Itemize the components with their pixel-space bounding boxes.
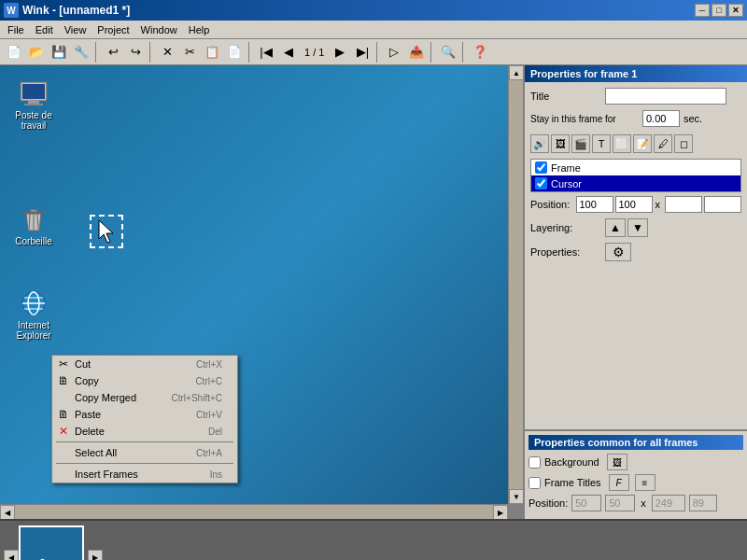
strip-scroll-right[interactable]: ▶ xyxy=(88,550,103,560)
menu-view[interactable]: View xyxy=(59,22,92,37)
frame-check-item[interactable]: Frame xyxy=(531,160,740,175)
highlight-icon[interactable]: 🖊 xyxy=(654,134,672,153)
layer-down-button[interactable]: ▼ xyxy=(627,218,648,237)
ctx-copy[interactable]: 🗎 Copy Ctrl+C xyxy=(52,372,237,389)
open-button[interactable]: 📂 xyxy=(26,42,47,63)
zoom-button[interactable]: 🔍 xyxy=(438,42,458,63)
redo-button[interactable]: ↪ xyxy=(125,42,146,63)
common-pos-x[interactable] xyxy=(571,495,601,511)
common-pos-w[interactable] xyxy=(652,495,685,511)
main-area: Poste de travail Corbeille xyxy=(0,65,747,519)
cut-button[interactable]: ✂ xyxy=(179,42,200,63)
export-button[interactable]: 📤 xyxy=(406,42,427,63)
cursor-check-item[interactable]: Cursor xyxy=(531,175,740,191)
common-position-row: Position: x xyxy=(529,495,743,511)
desktop-icon-poste[interactable]: Poste de travail xyxy=(6,75,62,134)
frame-elements-list: Frame Cursor xyxy=(530,159,741,192)
frame-titles-checkbox[interactable] xyxy=(529,477,541,489)
ctx-select-all[interactable]: Select All Ctrl+A xyxy=(52,444,237,461)
horizontal-scrollbar[interactable]: ◀ ▶ xyxy=(0,504,508,519)
ctx-insert-frames[interactable]: Insert Frames Ins xyxy=(52,466,237,483)
background-label: Background xyxy=(544,456,599,468)
copy-button[interactable]: 📋 xyxy=(202,42,222,63)
audio-icon[interactable]: 🔊 xyxy=(530,134,549,153)
app-title: Wink - [unnamed1 *] xyxy=(22,4,695,17)
input-icon[interactable]: 📝 xyxy=(633,134,652,153)
ctx-cut-shortcut: Ctrl+X xyxy=(196,359,222,370)
menu-help[interactable]: Help xyxy=(183,22,216,37)
scroll-up-button[interactable]: ▲ xyxy=(509,65,523,80)
menu-file[interactable]: File xyxy=(2,22,30,37)
save-button[interactable]: 💾 xyxy=(49,42,69,63)
right-panel: Properties for frame 1 Title Stay in thi… xyxy=(523,65,747,519)
title-input[interactable] xyxy=(605,88,726,105)
delete-button[interactable]: ✕ xyxy=(157,42,177,63)
ctx-copy-merged-shortcut: Ctrl+Shift+C xyxy=(172,393,222,403)
background-checkbox[interactable] xyxy=(529,456,541,469)
thumbnail-1[interactable]: ↖ 1 xyxy=(19,525,84,560)
cursor-selection xyxy=(90,215,123,248)
layer-up-button[interactable]: ▲ xyxy=(605,218,626,237)
ctx-paste[interactable]: 🗎 Paste Ctrl+V xyxy=(52,406,237,423)
close-button[interactable]: ✕ xyxy=(728,4,743,17)
minimize-button[interactable]: ─ xyxy=(695,4,710,17)
scroll-h-track[interactable] xyxy=(15,505,493,519)
button-icon[interactable]: ⬜ xyxy=(613,134,631,153)
desktop-icon-corbeille[interactable]: Corbeille xyxy=(6,201,62,250)
play-button[interactable]: ▷ xyxy=(384,42,404,63)
pos-h-input[interactable] xyxy=(704,196,741,213)
settings-button[interactable]: 🔧 xyxy=(71,42,92,63)
ctx-insert-frames-label: Insert Frames xyxy=(75,469,138,480)
scroll-right-button[interactable]: ▶ xyxy=(493,505,508,519)
image-icon[interactable]: 🖼 xyxy=(551,134,570,153)
svg-rect-3 xyxy=(22,84,45,99)
menu-bar: File Edit View Project Window Help xyxy=(0,21,747,39)
desktop-canvas[interactable]: Poste de travail Corbeille xyxy=(0,65,508,504)
last-frame-button[interactable]: ▶| xyxy=(352,42,373,63)
common-pos-y[interactable] xyxy=(605,495,635,511)
ctx-copy-merged[interactable]: Copy Merged Ctrl+Shift+C xyxy=(52,389,237,406)
first-frame-button[interactable]: |◀ xyxy=(256,42,276,63)
pos-w-input[interactable] xyxy=(665,196,702,213)
frame-titles-row: Frame Titles F ≡ xyxy=(529,474,743,491)
frame-titles-font-button[interactable]: F xyxy=(609,474,629,491)
ctx-select-all-label: Select All xyxy=(75,447,117,458)
new-button[interactable]: 📄 xyxy=(4,42,24,63)
properties-button[interactable]: ⚙ xyxy=(605,243,631,261)
undo-button[interactable]: ↩ xyxy=(103,42,123,63)
strip-scroll-left[interactable]: ◀ xyxy=(4,550,19,560)
menu-window[interactable]: Window xyxy=(135,22,183,37)
scroll-down-button[interactable]: ▼ xyxy=(509,489,523,504)
stay-label: Stay in this frame for xyxy=(530,114,642,124)
common-pos-h[interactable] xyxy=(689,495,717,511)
frame-counter: 1 / 1 xyxy=(301,47,328,58)
help-button[interactable]: ❓ xyxy=(470,42,490,63)
paste-button[interactable]: 📄 xyxy=(224,42,245,63)
scroll-v-track[interactable] xyxy=(509,80,523,489)
svg-rect-4 xyxy=(28,101,39,104)
ctx-delete[interactable]: ✕ Delete Del xyxy=(52,423,237,440)
position-row: Position: x xyxy=(530,196,741,213)
frame-titles-layout-button[interactable]: ≡ xyxy=(635,474,655,491)
properties-row: Properties: ⚙ xyxy=(530,243,741,261)
text-icon[interactable]: T xyxy=(592,134,611,153)
ctx-paste-label: Paste xyxy=(75,409,101,420)
vertical-scrollbar[interactable]: ▲ ▼ xyxy=(508,65,523,504)
separator-6 xyxy=(462,42,466,63)
menu-edit[interactable]: Edit xyxy=(30,22,59,37)
stay-input[interactable] xyxy=(642,110,680,127)
ctx-cut[interactable]: ✂ Cut Ctrl+X xyxy=(52,356,237,372)
menu-project[interactable]: Project xyxy=(92,22,134,37)
shape-icon[interactable]: ◻ xyxy=(674,134,693,153)
video-icon[interactable]: 🎬 xyxy=(571,134,590,153)
background-image-button[interactable]: 🖼 xyxy=(607,454,627,470)
scroll-left-button[interactable]: ◀ xyxy=(0,505,15,519)
maximize-button[interactable]: □ xyxy=(712,4,726,17)
frame-checkbox[interactable] xyxy=(535,161,547,174)
pos-x-input[interactable] xyxy=(576,196,613,213)
pos-y-input[interactable] xyxy=(615,196,653,213)
desktop-icon-ie[interactable]: Internet Explorer xyxy=(6,285,62,344)
next-frame-button[interactable]: ▶ xyxy=(330,42,350,63)
prev-frame-button[interactable]: ◀ xyxy=(278,42,299,63)
cursor-checkbox[interactable] xyxy=(535,177,547,189)
